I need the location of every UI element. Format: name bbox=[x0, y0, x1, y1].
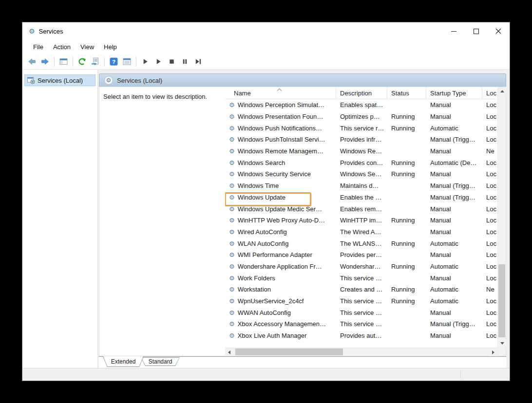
properties-button[interactable] bbox=[120, 55, 133, 68]
cell-startup-type: Automatic bbox=[426, 297, 482, 305]
service-name-text: WWAN AutoConfig bbox=[238, 309, 291, 316]
resume-service-button[interactable] bbox=[152, 55, 165, 68]
cell-log-on-as: Loc bbox=[482, 332, 497, 339]
cell-description: WinHTTP im… bbox=[336, 217, 387, 224]
tab-label: Standard bbox=[149, 358, 172, 365]
cell-log-on-as: Loc bbox=[482, 113, 497, 120]
table-row[interactable]: ⚙ WMI Performance Adapter Provides per… … bbox=[225, 249, 497, 261]
service-name-text: Windows Perception Simulat… bbox=[238, 101, 324, 109]
column-header-status[interactable]: Status bbox=[387, 87, 426, 99]
table-row[interactable]: ⚙ Wondershare Application Fr… Wondershar… bbox=[225, 261, 497, 273]
cell-log-on-as: Loc bbox=[482, 101, 497, 109]
cell-description: Windows Se… bbox=[336, 170, 387, 178]
menu-file[interactable]: File bbox=[28, 41, 48, 53]
table-row[interactable]: ⚙ WLAN AutoConfig The WLANS… Running Aut… bbox=[225, 238, 497, 249]
close-button[interactable] bbox=[487, 22, 510, 40]
cell-startup-type: Manual (Trigg… bbox=[426, 182, 482, 189]
vertical-scroll-track[interactable] bbox=[498, 95, 506, 339]
help-icon: ? bbox=[110, 57, 118, 66]
minimize-button[interactable] bbox=[442, 22, 465, 40]
service-gear-icon: ⚙ bbox=[229, 136, 235, 143]
help-button[interactable]: ? bbox=[107, 55, 120, 68]
start-service-button[interactable] bbox=[139, 55, 152, 68]
horizontal-scroll-track[interactable] bbox=[233, 348, 489, 356]
vertical-scroll-thumb[interactable] bbox=[498, 264, 505, 337]
column-header-description[interactable]: Description bbox=[336, 87, 387, 99]
toolbar-separator bbox=[104, 57, 105, 67]
table-row[interactable]: ⚙ Workstation Creates and … Running Auto… bbox=[225, 284, 497, 295]
table-row[interactable]: ⚙ Windows Presentation Foun… Optimizes p… bbox=[225, 111, 497, 123]
tab-extended[interactable]: Extended bbox=[103, 356, 144, 367]
table-row[interactable]: ⚙ Windows Time Maintains d… Manual (Trig… bbox=[225, 180, 497, 192]
restart-service-icon bbox=[194, 58, 202, 65]
table-row[interactable]: ⚙ Windows Remote Managem… Windows Re… Ma… bbox=[225, 146, 497, 157]
console-tree-panel: Services (Local) bbox=[22, 70, 98, 368]
pause-service-button[interactable] bbox=[178, 55, 191, 68]
horizontal-scrollbar[interactable] bbox=[225, 348, 497, 356]
toolbar-separator bbox=[54, 57, 55, 67]
scroll-up-button[interactable] bbox=[498, 87, 506, 95]
table-row[interactable]: ⚙ Windows Update Enables the … Manual (T… bbox=[225, 192, 497, 203]
tab-standard[interactable]: Standard bbox=[141, 357, 180, 366]
table-row[interactable]: ⚙ Windows Perception Simulat… Enables sp… bbox=[225, 99, 497, 111]
cell-service-name: ⚙ Windows Time bbox=[225, 182, 336, 189]
cell-startup-type: Manual (Trigg… bbox=[426, 136, 482, 143]
maximize-button[interactable] bbox=[465, 22, 487, 40]
forward-button[interactable] bbox=[38, 55, 52, 68]
tree-item-services-local[interactable]: Services (Local) bbox=[24, 74, 95, 86]
service-gear-icon: ⚙ bbox=[229, 217, 235, 223]
toolbar-separator bbox=[73, 57, 73, 67]
service-name-text: WinHTTP Web Proxy Auto-D… bbox=[238, 217, 325, 224]
column-header-startup-type[interactable]: Startup Type bbox=[426, 87, 482, 99]
back-button[interactable] bbox=[25, 55, 38, 68]
cell-startup-type: Manual bbox=[426, 113, 482, 120]
svg-text:?: ? bbox=[112, 58, 115, 65]
table-row[interactable]: ⚙ Windows Update Medic Ser… Enables rem…… bbox=[225, 203, 497, 215]
table-row[interactable]: ⚙ Work Folders This service … Manual Loc bbox=[225, 272, 497, 284]
table-row[interactable]: ⚙ Xbox Accessory Managemen… This service… bbox=[225, 318, 497, 330]
cell-log-on-as: Loc bbox=[482, 275, 497, 282]
service-name-text: Xbox Live Auth Manager bbox=[238, 332, 307, 339]
restart-service-button[interactable] bbox=[191, 55, 205, 68]
table-row[interactable]: ⚙ Windows Search Provides con… Running A… bbox=[225, 157, 497, 168]
refresh-button[interactable] bbox=[76, 55, 89, 68]
maximize-icon bbox=[474, 29, 479, 34]
table-row[interactable]: ⚙ Windows Security Service Windows Se… R… bbox=[225, 168, 497, 180]
cell-description: Wondershar… bbox=[336, 263, 387, 270]
table-row[interactable]: ⚙ Windows PushToInstall Servi… Provides … bbox=[225, 134, 497, 146]
table-row[interactable]: ⚙ Windows Push Notifications… This servi… bbox=[225, 122, 497, 134]
table-row[interactable]: ⚙ Wired AutoConfig The Wired A… Manual L… bbox=[225, 226, 497, 238]
horizontal-scroll-thumb[interactable] bbox=[235, 348, 343, 355]
export-list-button[interactable] bbox=[89, 55, 102, 68]
column-header-log-on-as[interactable]: Loc bbox=[482, 87, 497, 99]
cell-service-name: ⚙ WinHTTP Web Proxy Auto-D… bbox=[225, 217, 336, 224]
menu-view[interactable]: View bbox=[76, 41, 99, 53]
cell-description: Enables the … bbox=[336, 194, 387, 201]
window-title: Services bbox=[39, 28, 63, 35]
menu-action[interactable]: Action bbox=[48, 41, 76, 53]
services-app-icon: ⚙ bbox=[29, 28, 35, 35]
service-name-text: Workstation bbox=[238, 286, 271, 293]
cell-service-name: ⚙ Windows Presentation Foun… bbox=[225, 113, 336, 120]
cell-service-name: ⚙ Windows Perception Simulat… bbox=[225, 101, 336, 109]
cell-log-on-as: Loc bbox=[482, 240, 497, 247]
cell-status: Running bbox=[387, 113, 426, 120]
cell-status: Running bbox=[387, 297, 426, 305]
stop-service-button[interactable] bbox=[165, 55, 178, 68]
table-row[interactable]: ⚙ WpnUserService_2c4cf This service … Ru… bbox=[225, 295, 497, 307]
scroll-left-button[interactable] bbox=[225, 348, 233, 356]
column-header-name[interactable]: Name bbox=[225, 87, 336, 99]
service-gear-icon: ⚙ bbox=[229, 332, 235, 339]
scroll-down-button[interactable] bbox=[498, 339, 506, 348]
table-row[interactable]: ⚙ Xbox Live Auth Manager Provides aut… M… bbox=[225, 330, 497, 342]
scroll-right-button[interactable] bbox=[489, 348, 497, 356]
cell-description: Provides infr… bbox=[336, 136, 387, 143]
service-gear-icon: ⚙ bbox=[229, 298, 235, 304]
cell-service-name: ⚙ Windows Update Medic Ser… bbox=[225, 205, 336, 213]
export-list-icon bbox=[91, 57, 99, 66]
vertical-scrollbar[interactable] bbox=[497, 87, 506, 356]
table-row[interactable]: ⚙ WWAN AutoConfig This service … Manual … bbox=[225, 307, 497, 318]
menu-help[interactable]: Help bbox=[99, 41, 122, 53]
show-hide-console-tree-button[interactable] bbox=[57, 55, 70, 68]
table-row[interactable]: ⚙ WinHTTP Web Proxy Auto-D… WinHTTP im… … bbox=[225, 215, 497, 226]
